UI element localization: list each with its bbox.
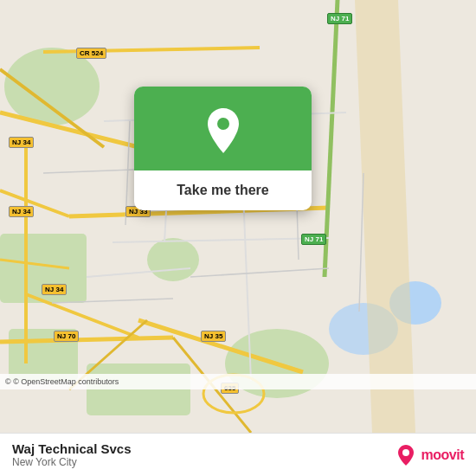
cr524-badge: CR 524 <box>76 48 106 59</box>
moovit-brand-text: moovit <box>421 447 464 463</box>
nj34-mid-badge: NJ 34 <box>9 206 34 217</box>
nj70-badge: NJ 70 <box>54 331 79 342</box>
place-city: New York City <box>12 456 132 468</box>
svg-point-8 <box>147 238 199 281</box>
copyright-symbol: © <box>5 377 13 386</box>
attribution-text: © OpenStreetMap contributors <box>13 377 119 386</box>
svg-point-38 <box>402 449 409 456</box>
moovit-pin-icon <box>394 443 418 467</box>
place-info: Waj Technical Svcs New York City <box>12 441 132 468</box>
nj34-bot-badge: NJ 34 <box>42 284 67 295</box>
map-container: NJ 71 NJ 71 CR 524 NJ 34 NJ 34 NJ 34 NJ … <box>0 0 476 433</box>
nj34-left-badge: NJ 34 <box>9 137 34 148</box>
bottom-bar: Waj Technical Svcs New York City moovit <box>0 433 476 476</box>
nj35-badge: NJ 35 <box>201 331 226 342</box>
nj71-top-badge: NJ 71 <box>327 13 352 24</box>
popup-text-area: Take me there <box>134 170 312 210</box>
moovit-logo: moovit <box>394 443 464 467</box>
svg-rect-6 <box>87 363 190 415</box>
popup-green-header <box>134 87 312 170</box>
take-me-there-button[interactable]: Take me there <box>177 183 268 198</box>
place-name: Waj Technical Svcs <box>12 441 132 456</box>
attribution-bar: © © OpenStreetMap contributors <box>0 374 476 389</box>
popup-card: Take me there <box>134 87 312 210</box>
svg-point-37 <box>217 118 229 130</box>
nj71-mid-badge: NJ 71 <box>301 234 326 245</box>
svg-point-3 <box>4 48 100 125</box>
location-pin-icon <box>204 108 242 153</box>
